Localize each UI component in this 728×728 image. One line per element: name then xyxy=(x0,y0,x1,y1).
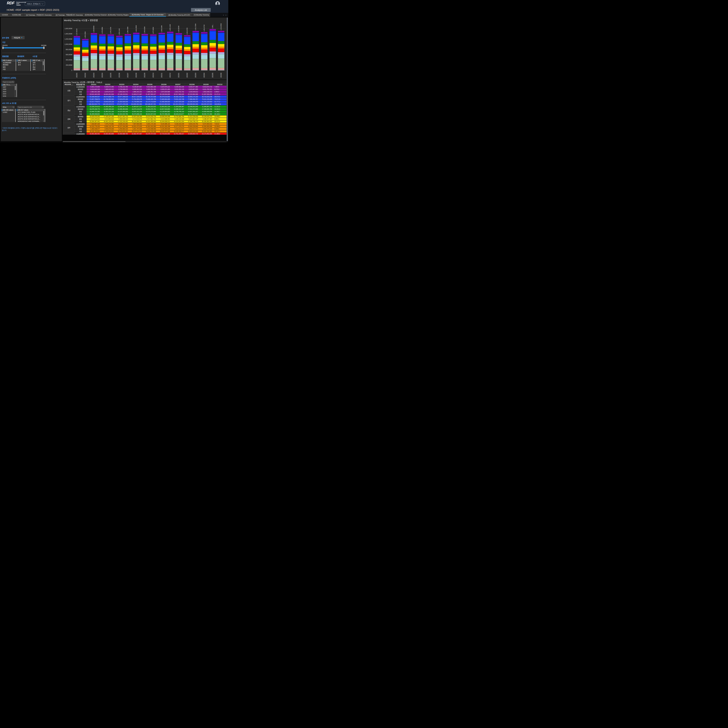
region-column-header[interactable]: REGION_... xyxy=(63,83,75,86)
bar-segment[interactable] xyxy=(210,29,216,31)
bar-segment[interactable] xyxy=(142,70,148,70)
period-range-slider[interactable] xyxy=(3,47,44,48)
bar-segment[interactable] xyxy=(150,70,156,70)
table-row[interactable]: 경기상급종합병원31,036,004,03726,674,808,77829,9… xyxy=(63,95,226,98)
bar-segment[interactable] xyxy=(167,70,173,70)
bar-segment[interactable] xyxy=(159,43,165,45)
service-menu-dropdown[interactable]: 서비스 전체보기 xyxy=(25,2,45,6)
rdf-logo[interactable]: RDF xyxy=(7,1,15,5)
tab-3[interactable]: [1] Treemap - 주성분코드 Overview xyxy=(23,13,54,17)
breadcrumb[interactable]: HOME >RDF sample report > RDF (2022-2023… xyxy=(7,9,59,12)
bar-segment[interactable] xyxy=(167,45,173,47)
bar-segment[interactable] xyxy=(116,56,122,60)
list-item[interactable]: 1016 xyxy=(2,95,15,97)
vertical-scrollbar[interactable] xyxy=(227,17,228,141)
bar-segment[interactable] xyxy=(159,50,165,53)
horizontal-scrollbar[interactable] xyxy=(63,141,226,142)
bar-segment[interactable] xyxy=(167,55,173,59)
bar-segment[interactable] xyxy=(150,50,156,54)
bar-segment[interactable] xyxy=(176,48,182,50)
region-list-scrollbar[interactable]: ▲▼ xyxy=(43,59,44,71)
table-row[interactable]: 의원32,694,367,44130,902,100,55037,033,249… xyxy=(63,120,226,123)
bar-segment[interactable] xyxy=(176,70,182,70)
bar-segment[interactable] xyxy=(142,54,148,56)
bar-segment[interactable] xyxy=(159,55,165,59)
bar-segment[interactable] xyxy=(74,36,80,37)
bar-segment[interactable] xyxy=(142,49,148,50)
list-item[interactable]: 의원 xyxy=(2,68,15,70)
bar-segment[interactable] xyxy=(133,53,139,55)
bar-segment[interactable] xyxy=(159,48,165,50)
bar-segment[interactable] xyxy=(99,44,106,46)
bar-segment[interactable] xyxy=(91,43,97,46)
ingredient-search-input[interactable]: Type to search xyxy=(2,81,15,83)
bar-segment[interactable] xyxy=(159,53,165,55)
month-column-header[interactable]: 202206 xyxy=(157,83,171,86)
list-item[interactable]: (All) 4 values xyxy=(2,59,15,61)
bar-segment[interactable] xyxy=(108,44,114,46)
bar-segment[interactable] xyxy=(125,70,131,70)
list-item[interactable]: (All) 317 values xyxy=(17,109,43,111)
bar-segment[interactable] xyxy=(82,52,89,53)
bar-segment[interactable] xyxy=(99,49,106,50)
bar-segment[interactable] xyxy=(91,53,97,55)
bar-segment[interactable] xyxy=(108,49,114,50)
bar-segment[interactable] xyxy=(167,53,173,55)
bar-segment[interactable] xyxy=(74,45,80,47)
atc-name-search-input[interactable]: Type to search in list xyxy=(17,106,44,109)
bar-segment[interactable] xyxy=(91,33,97,35)
table-row[interactable]: 의원36,289,948,85234,239,729,30641,531,532… xyxy=(63,113,226,115)
bar-segment[interactable] xyxy=(108,54,114,56)
bar-segment[interactable] xyxy=(159,70,165,70)
tab-7[interactable]: [5] Monthly Trend - Region & CH Overview xyxy=(129,13,166,17)
month-column-header[interactable]: 202204 xyxy=(129,83,143,86)
bar-segment[interactable] xyxy=(82,39,89,40)
bar-segment[interactable] xyxy=(82,40,89,47)
table-row[interactable]: 의원19,541,442,20918,404,451,93422,146,310… xyxy=(63,93,226,95)
bar-segment[interactable] xyxy=(201,55,208,59)
bar-segment[interactable] xyxy=(99,70,106,70)
bar-segment[interactable] xyxy=(125,34,131,35)
bar-segment[interactable] xyxy=(133,48,139,50)
month-column-header[interactable]: 202207 xyxy=(171,83,185,86)
list-scroll-track[interactable] xyxy=(17,84,17,97)
list-item[interactable]: (All) 17 val... xyxy=(32,59,43,61)
bar-segment[interactable] xyxy=(176,46,182,48)
list-scroll-track[interactable] xyxy=(16,59,16,71)
list-item[interactable]: 경남 xyxy=(32,66,43,69)
list-item[interactable]: ACETIC ACID DERIVATIVES A... xyxy=(17,116,43,118)
bar-segment[interactable] xyxy=(176,43,182,46)
bar-segment[interactable] xyxy=(210,40,216,43)
analysis-list-button[interactable]: Analysis List xyxy=(191,8,211,12)
bar-segment[interactable] xyxy=(193,70,199,70)
bar-segment[interactable] xyxy=(201,70,208,70)
bar-segment[interactable] xyxy=(91,46,97,48)
tab-4[interactable]: [2] Treemap - 약효분류코드 Overview xyxy=(54,13,84,17)
bar-segment[interactable] xyxy=(125,54,131,55)
bar-segment[interactable] xyxy=(218,54,224,58)
bar-segment[interactable] xyxy=(108,56,114,60)
atc-code-search-input[interactable]: l01bc xyxy=(2,106,15,109)
bar-segment[interactable] xyxy=(116,50,122,51)
bar-segment[interactable] xyxy=(210,46,216,48)
bar-segment[interactable] xyxy=(99,34,106,36)
bar-segment[interactable] xyxy=(193,47,199,49)
table-row[interactable]: 병원13,444,721,06511,991,521,13514,137,500… xyxy=(63,110,226,113)
month-column-header[interactable]: 202203 xyxy=(115,83,129,86)
bar-segment[interactable] xyxy=(150,56,156,60)
bar-segment[interactable] xyxy=(99,54,106,56)
list-item[interactable]: 1014 xyxy=(2,93,15,95)
list-item[interactable]: 1013 xyxy=(2,90,15,93)
bar-segment[interactable] xyxy=(108,50,114,54)
bar-segment[interactable] xyxy=(133,70,139,70)
bar-segment[interactable] xyxy=(91,70,97,70)
bar-segment[interactable] xyxy=(193,41,199,44)
bar-segment[interactable] xyxy=(210,47,216,51)
month-column-header[interactable]: 202205 xyxy=(143,83,157,86)
tab-9[interactable]: [7] Monthly Trend by xyxy=(193,13,210,17)
bar-segment[interactable] xyxy=(210,43,216,46)
bar-segment[interactable] xyxy=(176,33,182,35)
bar-segment[interactable] xyxy=(116,54,122,56)
bar-segment[interactable] xyxy=(210,51,216,54)
tab-1[interactable]: COVER xyxy=(0,13,10,17)
